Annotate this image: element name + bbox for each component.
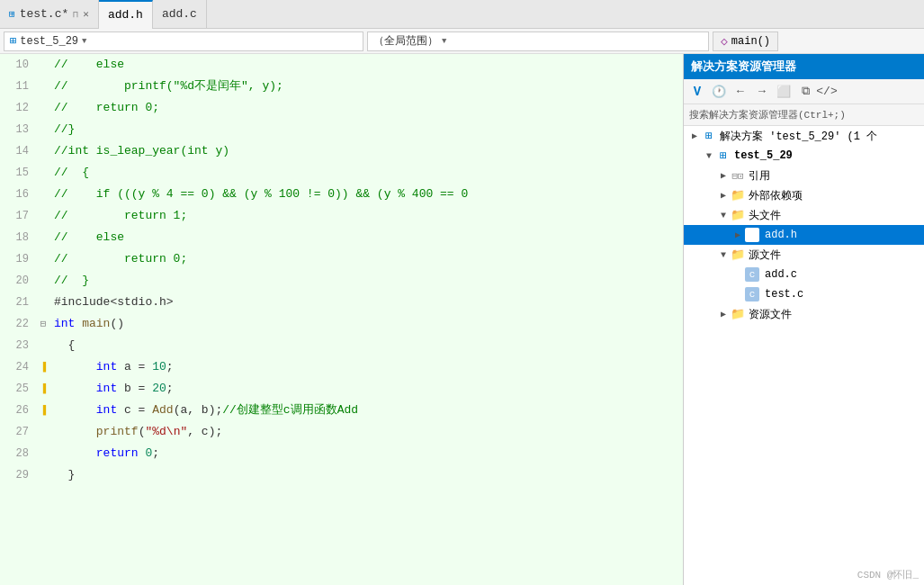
line-num-17: 17 [0, 205, 36, 227]
table-row: 24 ▐ int a = 10; [0, 356, 683, 378]
line-indicator-24: ▐ [36, 356, 50, 378]
se-icon-solution: ⊞ [702, 129, 716, 143]
line-content-26: int c = Add(a, b);//创建整型c调用函数Add [50, 400, 683, 421]
tab-add-h[interactable]: add.h [99, 0, 153, 29]
scope-dropdown[interactable]: ⊞ test_5_29 ▼ [4, 32, 363, 51]
table-row: 25 ▐ int b = 20; [0, 378, 683, 400]
global-dropdown[interactable]: （全局范围） ▼ [367, 32, 709, 51]
se-btn-vs[interactable]: V [687, 82, 707, 102]
se-item-source-files[interactable]: ▼ 📁 源文件 [684, 245, 924, 265]
table-row: 17 // return 1; [0, 205, 683, 227]
line-content-19: // return 0; [50, 248, 683, 270]
line-content-27: printf("%d\n", c); [50, 421, 683, 443]
code-lines: 10 // else 11 // printf("%d不是闰年", y); 12… [0, 54, 683, 486]
table-row: 22 ⊟ int main() [0, 313, 683, 335]
se-item-header-files[interactable]: ▼ 📁 头文件 [684, 205, 924, 225]
line-content-23: { [50, 335, 683, 356]
se-title-bar: 解决方案资源管理器 [684, 54, 924, 79]
se-icon-project: ⊞ [716, 148, 731, 163]
table-row: 19 // return 0; [0, 248, 683, 270]
se-btn-window[interactable]: ⬜ [774, 82, 794, 102]
tab-label-test-c: test.c* [20, 7, 69, 21]
line-collapse-22[interactable]: ⊟ [36, 313, 50, 335]
scope-label: test_5_29 [20, 35, 78, 48]
tab-close-test-c[interactable]: ✕ [83, 8, 89, 20]
watermark-text: CSDN @怀旧_ [857, 570, 919, 580]
se-btn-back[interactable]: ← [731, 82, 750, 102]
line-num-28: 28 [0, 443, 36, 464]
se-expand-add-h: ▶ [731, 230, 745, 240]
line-content-29: } [50, 464, 683, 486]
func-indicator[interactable]: ◇ main() [713, 32, 778, 51]
se-btn-forward[interactable]: → [752, 82, 772, 102]
se-item-references[interactable]: ▶ ⊟⊡ 引用 [684, 166, 924, 185]
se-expand-source: ▼ [716, 250, 731, 260]
tab-label-add-h: add.h [108, 8, 143, 22]
se-search: 搜索解决方案资源管理器(Ctrl+;) [684, 104, 924, 126]
se-toolbar: V 🕐 ← → ⬜ ⧉ </> [684, 79, 924, 104]
se-icon-add-c: c [745, 267, 759, 282]
scope-icon: ⊞ [10, 34, 16, 48]
se-expand-external: ▶ [716, 190, 731, 201]
line-indicator-26: ▐ [36, 400, 50, 421]
table-row: 29 } [0, 464, 683, 486]
table-row: 15 // { [0, 162, 683, 184]
line-num-29: 29 [0, 464, 36, 486]
line-num-23: 23 [0, 335, 36, 356]
line-content-17: // return 1; [50, 205, 683, 227]
tab-icon-test-c: ⊞ [9, 8, 15, 20]
se-expand-project: ▼ [702, 151, 716, 161]
line-content-28: return 0; [50, 443, 683, 464]
se-icon-source: 📁 [731, 248, 745, 262]
line-content-15: // { [50, 162, 683, 184]
table-row: 13 //} [0, 119, 683, 140]
tab-label-add-c: add.c [162, 7, 197, 21]
line-num-24: 24 [0, 356, 36, 378]
tab-pin-icon[interactable]: ⊓ [73, 9, 78, 20]
tab-add-c[interactable]: add.c [153, 0, 207, 29]
se-btn-clock[interactable]: 🕐 [709, 82, 729, 102]
se-icon-references: ⊟⊡ [731, 168, 745, 183]
line-content-11: // printf("%d不是闰年", y); [50, 76, 683, 97]
se-item-add-h[interactable]: ▶ h add.h [684, 225, 924, 245]
watermark: CSDN @怀旧_ [684, 564, 924, 585]
se-label-header: 头文件 [749, 208, 781, 223]
nav-bar: ⊞ test_5_29 ▼ （全局范围） ▼ ◇ main() [0, 29, 924, 54]
tab-test-c[interactable]: ⊞ test.c* ⊓ ✕ [0, 0, 99, 29]
line-content-21: #include<stdio.h> [50, 292, 683, 313]
line-content-13: //} [50, 119, 683, 140]
se-item-add-c[interactable]: ▶ c add.c [684, 265, 924, 284]
table-row: 28 return 0; [0, 443, 683, 464]
line-num-10: 10 [0, 54, 36, 76]
table-row: 14 //int is_leap_year(int y) [0, 140, 683, 162]
line-num-15: 15 [0, 162, 36, 184]
func-label: main() [731, 35, 770, 48]
se-item-solution[interactable]: ▶ ⊞ 解决方案 'test_5_29' (1 个 [684, 126, 924, 146]
line-content-16: // if (((y % 4 == 0) && (y % 100 != 0)) … [50, 184, 683, 205]
line-num-13: 13 [0, 119, 36, 140]
se-btn-copy[interactable]: ⧉ [795, 82, 815, 102]
main-area: 10 // else 11 // printf("%d不是闰年", y); 12… [0, 54, 924, 585]
tab-bar: ⊞ test.c* ⊓ ✕ add.h add.c [0, 0, 924, 29]
se-expand-solution: ▶ [687, 130, 702, 141]
line-content-10: // else [50, 54, 683, 76]
line-num-11: 11 [0, 76, 36, 97]
se-tree: ▶ ⊞ 解决方案 'test_5_29' (1 个 ▼ ⊞ test_5_29 … [684, 126, 924, 564]
line-content-20: // } [50, 270, 683, 292]
func-icon: ◇ [721, 34, 728, 49]
line-num-16: 16 [0, 184, 36, 205]
se-item-test-c[interactable]: ▶ c test.c [684, 284, 924, 304]
line-content-22: int main() [50, 313, 683, 335]
se-item-resource-files[interactable]: ▶ 📁 资源文件 [684, 304, 924, 324]
se-icon-test-c: c [745, 287, 759, 302]
line-num-21: 21 [0, 292, 36, 313]
se-icon-resource: 📁 [731, 307, 745, 321]
code-editor[interactable]: 10 // else 11 // printf("%d不是闰年", y); 12… [0, 54, 683, 585]
se-item-external-deps[interactable]: ▶ 📁 外部依赖项 [684, 185, 924, 205]
line-num-27: 27 [0, 421, 36, 443]
se-item-project[interactable]: ▼ ⊞ test_5_29 [684, 146, 924, 166]
table-row: 27 printf("%d\n", c); [0, 421, 683, 443]
se-btn-code[interactable]: </> [817, 82, 837, 102]
se-icon-header: 📁 [731, 208, 745, 222]
solution-explorer: 解决方案资源管理器 V 🕐 ← → ⬜ ⧉ </> 搜索解决方案资源管理器(Ct… [683, 54, 924, 585]
